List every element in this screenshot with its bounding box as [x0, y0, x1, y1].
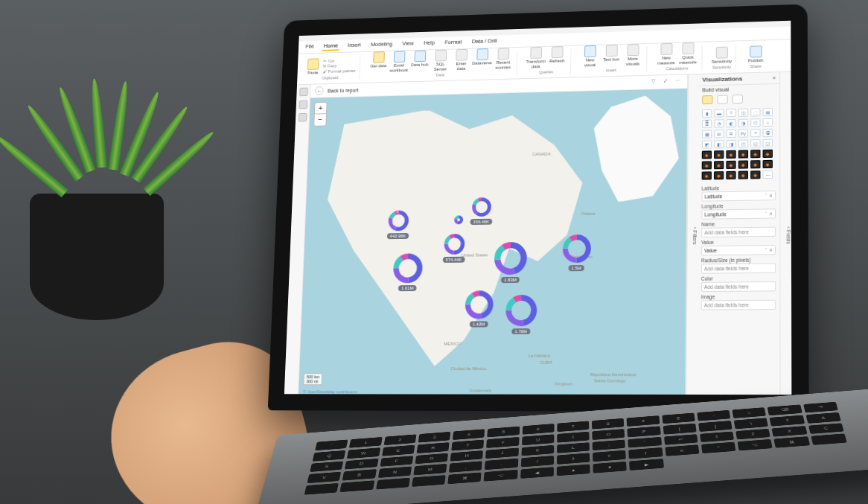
custom-visual-icon[interactable]: ◆ — [750, 150, 760, 158]
custom-visual-icon[interactable]: ◆ — [714, 150, 724, 159]
map-visual[interactable]: CANADAUnited StatesOttawaWashingtonMEXIC… — [299, 89, 687, 395]
well-dropdown-icon[interactable]: ˅ ✕ — [765, 211, 773, 216]
custom-visual-icon[interactable]: ◆ — [702, 150, 712, 159]
well-dropdown-icon[interactable]: ˅ ✕ — [765, 247, 773, 252]
data-view-icon[interactable] — [299, 101, 307, 109]
enter-data-button[interactable]: Enter data — [452, 49, 471, 71]
format-painter-button[interactable]: 🖌 Format painter — [322, 68, 355, 74]
custom-visual-icon[interactable]: ◆ — [763, 150, 773, 158]
custom-visual-icon[interactable]: ◆ — [714, 161, 724, 169]
back-to-report-label[interactable]: Back to report — [328, 87, 359, 93]
paste-button[interactable]: Paste — [305, 58, 322, 75]
copy-button[interactable]: ⧉ Copy — [323, 63, 356, 68]
analytics-tab[interactable] — [733, 95, 743, 103]
menu-format[interactable]: Format — [443, 38, 463, 48]
map-donut-marker[interactable]: 442.98K — [386, 208, 410, 232]
viz-type-icon[interactable]: ▦ — [702, 130, 712, 138]
menu-view[interactable]: View — [401, 39, 415, 49]
get-more-visuals-icon[interactable]: ⋯ — [763, 170, 773, 179]
menu-data-drill[interactable]: Data / Drill — [470, 36, 499, 47]
viz-type-icon[interactable]: ⌂ — [763, 118, 773, 127]
publish-button[interactable]: Publish — [746, 45, 765, 63]
map-donut-marker[interactable]: 574.44K — [442, 232, 466, 255]
map-donut-marker[interactable]: 1.83M — [493, 240, 529, 276]
zoom-out-button[interactable]: − — [314, 114, 326, 126]
cut-button[interactable]: ✂ Cut — [323, 57, 356, 63]
refresh-button[interactable]: Refresh — [547, 46, 567, 63]
get-data-button[interactable]: Get data — [369, 51, 388, 68]
custom-visual-icon[interactable]: ◆ — [738, 150, 748, 158]
new-measure-button[interactable]: New measure — [657, 43, 676, 66]
viz-type-icon[interactable]: ≣ — [702, 120, 712, 128]
viz-type-icon[interactable]: ◱ — [750, 139, 760, 147]
recent-sources-button[interactable]: Recent sources — [494, 48, 513, 70]
build-visual-tab[interactable] — [702, 95, 712, 104]
menu-file[interactable]: File — [304, 42, 316, 52]
custom-visual-icon[interactable]: ◆ — [738, 170, 748, 179]
more-options-icon[interactable]: ⋯ — [675, 77, 683, 85]
viz-type-icon[interactable]: ▮ — [702, 109, 712, 118]
viz-type-icon[interactable]: ▤ — [763, 108, 773, 116]
viz-type-icon[interactable]: ◐ — [727, 119, 736, 127]
zoom-in-button[interactable]: + — [315, 103, 327, 115]
menu-insert[interactable]: Insert — [346, 41, 363, 51]
sql-server-button[interactable]: SQL Server — [431, 50, 450, 71]
field-well[interactable]: Add data fields here — [701, 281, 776, 292]
map-donut-marker[interactable]: 1.5M — [561, 233, 593, 265]
well-dropdown-icon[interactable]: ˅ ✕ — [765, 193, 773, 198]
data-hub-button[interactable]: Data hub — [410, 51, 430, 68]
custom-visual-icon[interactable]: ◆ — [726, 171, 735, 179]
custom-visual-icon[interactable]: ◆ — [702, 171, 712, 179]
viz-type-icon[interactable]: ▬ — [714, 109, 724, 117]
focus-mode-icon[interactable]: ⤢ — [663, 78, 671, 86]
field-well[interactable]: Add data fields here — [701, 300, 776, 310]
dataverse-button[interactable]: Dataverse — [473, 48, 492, 66]
viz-type-icon[interactable]: ◲ — [763, 139, 773, 147]
map-donut-marker[interactable]: 1.78M — [504, 293, 539, 328]
menu-modeling[interactable]: Modeling — [369, 40, 394, 50]
custom-visual-icon[interactable]: ◆ — [738, 160, 748, 168]
collapse-pane-icon[interactable]: » — [773, 75, 776, 80]
transform-data-button[interactable]: Transform data — [526, 47, 546, 68]
more-visuals-button[interactable]: More visuals — [623, 44, 642, 66]
new-visual-button[interactable]: New visual — [581, 45, 600, 67]
field-well[interactable]: Add data fields here — [701, 263, 776, 273]
filter-icon[interactable]: ▽ — [651, 78, 659, 86]
custom-visual-icon[interactable]: ◆ — [763, 160, 773, 168]
map-donut-marker[interactable]: 1.42M — [463, 289, 495, 320]
viz-type-icon[interactable]: ⌖ — [750, 129, 760, 137]
custom-visual-icon[interactable]: ◆ — [726, 150, 735, 159]
fields-pane-collapsed[interactable]: ‹ Fields — [780, 72, 791, 395]
viz-type-icon[interactable]: ⬡ — [750, 118, 760, 127]
viz-type-icon[interactable]: ◩ — [702, 140, 712, 148]
text-box-button[interactable]: Text box — [601, 45, 621, 62]
custom-visual-icon[interactable]: ◆ — [726, 161, 735, 169]
viz-type-icon[interactable]: ⦿ — [763, 129, 773, 137]
report-view-icon[interactable] — [299, 88, 308, 97]
custom-visual-icon[interactable]: ◆ — [714, 171, 724, 179]
viz-type-icon[interactable]: ◫ — [738, 109, 748, 117]
quick-measure-button[interactable]: Quick measure — [678, 42, 698, 65]
viz-type-icon[interactable]: ⬚ — [750, 108, 760, 116]
field-well[interactable]: Add data fields here — [701, 227, 776, 237]
viz-type-icon[interactable]: ◑ — [738, 119, 748, 127]
map-donut-marker[interactable]: 156.46K — [470, 196, 493, 218]
sensitivity-button[interactable]: Sensitivity — [712, 46, 731, 64]
viz-type-icon[interactable]: ◔ — [714, 119, 724, 127]
menu-home[interactable]: Home — [322, 42, 339, 51]
back-arrow-icon[interactable]: ← — [315, 86, 324, 95]
field-well[interactable]: Value˅ ✕ — [701, 245, 776, 255]
model-view-icon[interactable] — [298, 113, 307, 122]
field-well[interactable]: Latitude˅ ✕ — [701, 191, 776, 202]
viz-type-icon[interactable]: ◰ — [738, 139, 748, 147]
format-visual-tab[interactable] — [717, 95, 727, 104]
custom-visual-icon[interactable]: ◆ — [750, 170, 760, 179]
viz-type-icon[interactable]: ◧ — [714, 140, 724, 148]
osm-link[interactable]: OpenStreetMap — [307, 389, 335, 394]
map-donut-marker[interactable] — [453, 214, 465, 226]
custom-visual-icon[interactable]: ◆ — [750, 160, 760, 168]
viz-type-icon[interactable]: ◨ — [726, 140, 735, 148]
viz-type-icon[interactable]: ⫴ — [727, 109, 736, 117]
viz-type-icon[interactable]: ⊞ — [714, 130, 724, 138]
custom-visual-icon[interactable]: ◆ — [702, 161, 712, 169]
